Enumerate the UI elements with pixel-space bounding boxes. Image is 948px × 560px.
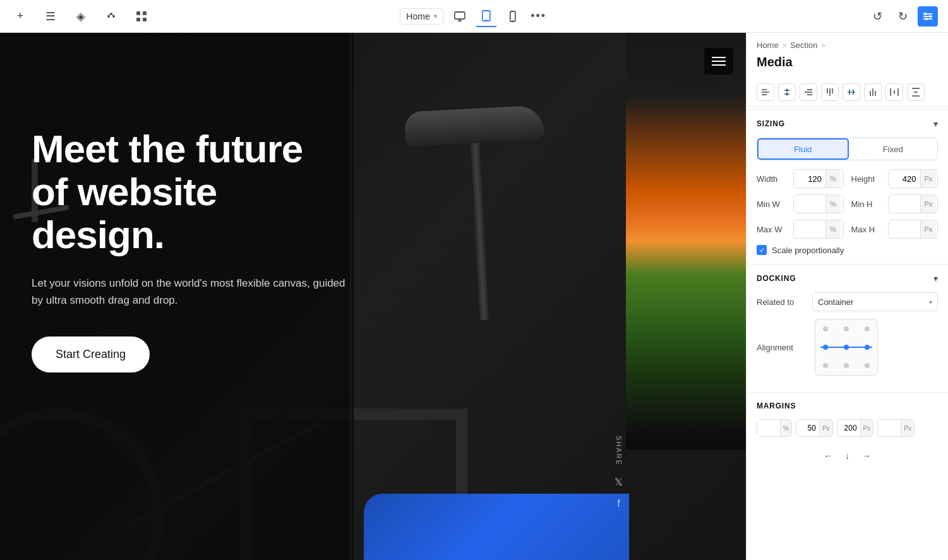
svg-point-0 (107, 15, 110, 18)
twitter-icon[interactable]: 𝕏 (615, 476, 623, 488)
docking-section-header[interactable]: DOCKING ▾ (747, 265, 948, 292)
align-mr[interactable] (856, 338, 877, 356)
align-right-button[interactable] (800, 83, 817, 101)
distribute-h-button[interactable] (885, 83, 903, 101)
align-mc[interactable] (836, 338, 857, 356)
breadcrumb: Home > Section > (747, 33, 948, 52)
svg-line-5 (112, 15, 114, 16)
fixed-option[interactable]: Fixed (849, 138, 938, 160)
align-ml[interactable] (815, 338, 836, 356)
redo-button[interactable]: ↻ (892, 6, 913, 27)
margin-input-4[interactable] (878, 420, 901, 436)
align-top-button[interactable] (821, 83, 839, 101)
page-selector[interactable]: Home ▾ (399, 8, 443, 25)
margin-unit-3[interactable]: Px (860, 420, 873, 436)
align-bc[interactable] (836, 357, 857, 375)
facebook-icon[interactable]: f (617, 498, 620, 509)
sizing-chevron: ▾ (933, 119, 938, 129)
maxh-input-group: Px (888, 220, 939, 239)
undo-button[interactable]: ↺ (867, 6, 887, 27)
breadcrumb-sep-1: > (783, 42, 786, 49)
maxh-unit[interactable]: Px (920, 220, 937, 238)
minw-input[interactable] (794, 195, 825, 213)
align-br[interactable] (856, 357, 877, 375)
margins-section-header[interactable]: Margins (747, 393, 948, 419)
apps-button[interactable] (131, 6, 152, 27)
maxw-maxh-row: Max W % Max H Px (757, 220, 938, 239)
svg-rect-9 (143, 18, 147, 21)
width-input[interactable] (794, 170, 825, 188)
margin-field-3: Px (837, 419, 874, 437)
align-left-button[interactable] (757, 83, 774, 101)
fluid-option[interactable]: Fluid (757, 138, 849, 160)
docking-chevron: ▾ (933, 273, 938, 283)
bottom-arrows-row: ← ↓ → (747, 446, 948, 466)
height-unit[interactable]: Px (920, 170, 937, 188)
breadcrumb-section[interactable]: Section (790, 40, 817, 50)
canvas-hamburger-menu[interactable] (704, 48, 733, 74)
align-tl[interactable] (815, 319, 836, 338)
mobile-view-button[interactable] (502, 6, 524, 27)
dropdown-arrow: ▾ (929, 299, 932, 306)
svg-point-22 (925, 18, 928, 20)
hero-title: Meet the future of website design. (32, 128, 347, 257)
svg-rect-10 (455, 12, 465, 19)
margin-input-2[interactable] (796, 420, 819, 436)
minh-field-row: Min H Px (851, 194, 939, 213)
sizing-section-header[interactable]: SIZING ▾ (747, 110, 948, 138)
layers-button[interactable]: ◈ (71, 6, 91, 27)
arrow-left[interactable]: ← (824, 451, 832, 461)
canvas-area: SHARE 𝕏 f Meet the future of website des… (0, 33, 746, 560)
arrow-down[interactable]: ↓ (845, 451, 849, 461)
align-center-v-button[interactable] (843, 83, 860, 101)
svg-point-21 (929, 15, 932, 18)
breadcrumb-home[interactable]: Home (757, 40, 779, 50)
minh-unit[interactable]: Px (920, 195, 937, 213)
tablet-view-button[interactable] (476, 6, 497, 27)
right-color-panel (626, 33, 746, 450)
related-to-dropdown[interactable]: Container ▾ (812, 292, 938, 311)
scale-proportionally-checkbox[interactable] (757, 245, 767, 255)
more-options-button[interactable]: ••• (529, 6, 549, 27)
margin-unit-1[interactable]: % (780, 420, 791, 436)
svg-point-1 (110, 13, 112, 15)
margin-input-3[interactable] (837, 420, 860, 436)
minw-unit[interactable]: % (825, 195, 840, 213)
docking-title: DOCKING (757, 274, 796, 283)
cta-button[interactable]: Start Creating (32, 337, 150, 372)
margin-unit-4[interactable]: Px (901, 420, 914, 436)
toolbar-right: ↺ ↻ (867, 6, 938, 27)
alignment-grid[interactable] (815, 319, 878, 376)
align-tr[interactable] (856, 319, 877, 338)
width-label: Width (757, 174, 788, 184)
align-bottom-button[interactable] (864, 83, 882, 101)
arrow-right[interactable]: → (862, 451, 871, 461)
svg-line-4 (109, 15, 110, 15)
minh-label: Min H (851, 200, 883, 209)
align-center-h-button[interactable] (778, 83, 796, 101)
community-button[interactable] (101, 6, 121, 27)
maxw-unit[interactable]: % (825, 220, 840, 238)
margin-input-1[interactable] (757, 420, 780, 436)
panel-settings-button[interactable] (918, 6, 938, 27)
related-to-row: Related to Container ▾ (757, 292, 938, 311)
desktop-view-button[interactable] (449, 6, 471, 27)
saddle (404, 105, 545, 146)
align-bl[interactable] (815, 357, 836, 375)
share-text: SHARE (615, 436, 623, 466)
minh-input[interactable] (889, 195, 920, 213)
maxw-input-group: % (793, 220, 844, 239)
panel-title: Media (747, 52, 948, 78)
margin-unit-2[interactable]: Px (819, 420, 832, 436)
scale-proportionally-label: Scale proportionally (772, 246, 844, 255)
pages-button[interactable]: ☰ (40, 6, 61, 27)
align-tc[interactable] (836, 319, 857, 338)
height-input[interactable] (889, 170, 920, 188)
maxh-input[interactable] (889, 220, 920, 238)
add-button[interactable]: + (10, 6, 30, 27)
maxw-input[interactable] (794, 220, 825, 238)
width-unit[interactable]: % (825, 170, 840, 188)
distribute-v-button[interactable] (907, 83, 925, 101)
minw-field-row: Min W % (757, 194, 844, 213)
width-height-row: Width % Height Px (757, 169, 938, 188)
